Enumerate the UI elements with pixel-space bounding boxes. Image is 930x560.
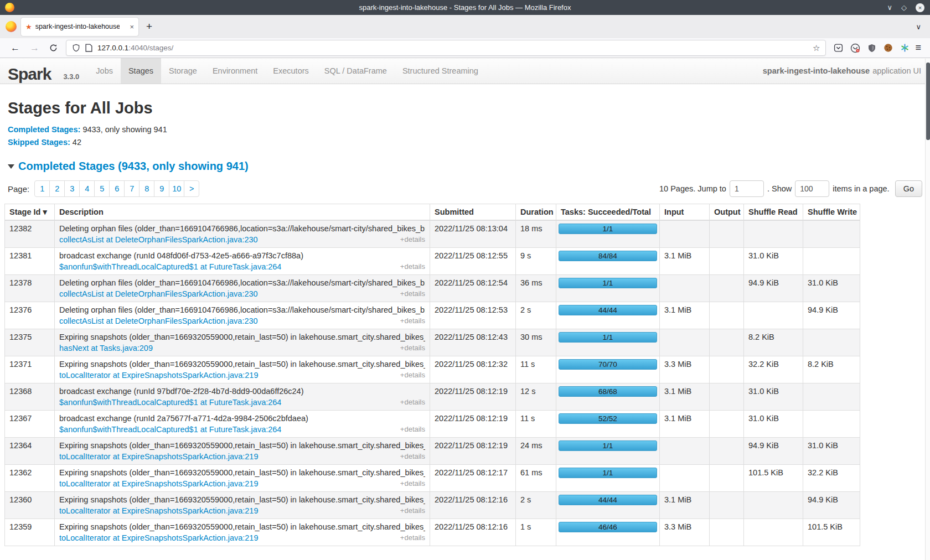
items-per-page-input[interactable] (795, 180, 829, 197)
containers-icon[interactable] (850, 43, 860, 53)
forward-button[interactable]: → (25, 43, 44, 54)
application-suffix: application UI (872, 66, 921, 75)
stage-detail-link[interactable]: $anonfun$withThreadLocalCaptured$1 at Fu… (59, 262, 281, 272)
stage-detail-link[interactable]: toLocalIterator at ExpireSnapshotsSparkA… (59, 506, 259, 516)
stage-description: broadcast exchange (runId 97bdf70e-2f28-… (59, 386, 425, 396)
page-button-5[interactable]: 5 (94, 180, 110, 197)
table-row: 12381 broadcast exchange (runId 048fd06f… (5, 248, 860, 275)
details-toggle[interactable]: +details (400, 424, 425, 434)
column-header[interactable]: Tasks: Succeeded/Total (556, 204, 660, 221)
stage-detail-link[interactable]: collectAsList at DeleteOrphanFilesSparkA… (59, 316, 258, 326)
page-button-1[interactable]: 1 (34, 180, 50, 197)
page-button-4[interactable]: 4 (79, 180, 95, 197)
completed-stages-section-toggle[interactable]: Completed Stages (9433, only showing 941… (8, 160, 926, 173)
stage-description: Expiring snapshots (older_than=166932055… (59, 440, 425, 450)
stage-detail-link[interactable]: hasNext at Tasks.java:209 (59, 343, 153, 353)
details-toggle[interactable]: +details (400, 370, 425, 380)
page-button-7[interactable]: 7 (124, 180, 140, 197)
url-host: 127.0.0.1 (97, 44, 128, 52)
nav-item-structured-streaming[interactable]: Structured Streaming (395, 58, 486, 84)
page-scrollbar[interactable] (925, 59, 930, 560)
page-button-6[interactable]: 6 (109, 180, 125, 197)
nav-item-environment[interactable]: Environment (205, 58, 265, 84)
page-button-2[interactable]: 2 (49, 180, 65, 197)
section-title: Completed Stages (9433, only showing 941… (18, 160, 249, 173)
column-header[interactable]: Input (660, 204, 710, 221)
details-toggle[interactable]: +details (400, 235, 425, 245)
page-info-icon[interactable] (85, 44, 92, 52)
column-header[interactable]: Shuffle Write (803, 204, 860, 221)
output-cell (710, 465, 744, 492)
column-header[interactable]: Duration (516, 204, 556, 221)
tasks-cell: 52/52 (556, 411, 660, 438)
duration-cell: 18 ms (516, 220, 556, 248)
page-button-10[interactable]: 10 (169, 180, 184, 197)
window-minimize-button[interactable]: ∨ (887, 4, 892, 11)
page-button-3[interactable]: 3 (64, 180, 80, 197)
jump-to-page-input[interactable] (730, 180, 764, 197)
details-toggle[interactable]: +details (400, 262, 425, 272)
details-toggle[interactable]: +details (400, 506, 425, 516)
stage-detail-link[interactable]: toLocalIterator at ExpireSnapshotsSparkA… (59, 533, 259, 543)
back-button[interactable]: ← (6, 43, 25, 54)
column-header[interactable]: Submitted (430, 204, 516, 221)
stage-detail-link[interactable]: $anonfun$withThreadLocalCaptured$1 at Fu… (59, 424, 281, 434)
cookie-icon[interactable] (884, 43, 893, 53)
url-bar[interactable]: 127.0.0.1:4040/stages/ ☆ (66, 40, 826, 56)
tab-close-icon[interactable]: × (130, 23, 134, 31)
extension-asterisk-icon[interactable] (900, 43, 910, 53)
completed-stages-value: 9433, only showing 941 (82, 125, 167, 134)
stage-detail-link[interactable]: $anonfun$withThreadLocalCaptured$1 at Fu… (59, 397, 281, 407)
details-toggle[interactable]: +details (400, 343, 425, 353)
pocket-icon[interactable] (834, 43, 843, 53)
list-all-tabs-icon[interactable]: ∨ (916, 23, 921, 31)
stage-detail-link[interactable]: toLocalIterator at ExpireSnapshotsSparkA… (59, 370, 259, 380)
page-button-8[interactable]: 8 (139, 180, 154, 197)
column-header[interactable]: Output (710, 204, 744, 221)
table-row: 12359 Expiring snapshots (older_than=166… (5, 519, 860, 546)
nav-item-jobs[interactable]: Jobs (88, 58, 121, 84)
firefox-view-icon[interactable] (6, 21, 17, 32)
nav-item-executors[interactable]: Executors (265, 58, 316, 84)
description-cell: Expiring snapshots (older_than=166932055… (55, 356, 430, 383)
details-toggle[interactable]: +details (400, 316, 425, 326)
menu-hamburger-icon[interactable]: ≡ (913, 42, 924, 54)
input-cell: 3.1 MiB (660, 248, 710, 275)
go-button[interactable]: Go (895, 180, 922, 197)
details-toggle[interactable]: +details (400, 533, 425, 543)
nav-item-stages[interactable]: Stages (121, 58, 161, 84)
tracking-shield-icon[interactable] (72, 44, 80, 52)
url-text[interactable]: 127.0.0.1:4040/stages/ (97, 44, 813, 52)
duration-cell: 30 ms (516, 329, 556, 356)
new-tab-button[interactable]: + (146, 20, 152, 33)
description-cell: Expiring snapshots (older_than=166932055… (55, 519, 430, 546)
bookmark-star-icon[interactable]: ☆ (813, 43, 820, 53)
nav-item-sql-dataframe[interactable]: SQL / DataFrame (317, 58, 395, 84)
details-toggle[interactable]: +details (400, 289, 425, 299)
description-cell: Expiring snapshots (older_than=166932055… (55, 329, 430, 356)
page-button->[interactable]: > (184, 180, 199, 197)
stage-detail-link[interactable]: collectAsList at DeleteOrphanFilesSparkA… (59, 235, 258, 245)
column-header[interactable]: Description (55, 204, 430, 221)
column-header[interactable]: Shuffle Read (744, 204, 803, 221)
details-toggle[interactable]: +details (400, 452, 425, 462)
stage-detail-link[interactable]: toLocalIterator at ExpireSnapshotsSparkA… (59, 479, 259, 489)
nav-item-storage[interactable]: Storage (161, 58, 205, 84)
details-toggle[interactable]: +details (400, 479, 425, 489)
completed-stages-link[interactable]: Completed Stages: (8, 125, 80, 134)
skipped-stages-link[interactable]: Skipped Stages: (8, 138, 70, 147)
shuffle-read-cell: 94.9 KiB (744, 275, 803, 302)
browser-tab[interactable]: ★ spark-ingest-into-lakehouse × (21, 18, 138, 36)
column-header[interactable]: Stage Id ▾ (5, 204, 55, 221)
scrollbar-thumb[interactable] (926, 63, 930, 140)
spark-logo[interactable]: Spark 3.3.0 (0, 58, 88, 84)
reload-button[interactable] (44, 44, 63, 52)
details-toggle[interactable]: +details (400, 397, 425, 407)
stage-detail-link[interactable]: collectAsList at DeleteOrphanFilesSparkA… (59, 289, 258, 299)
ublock-shield-icon[interactable] (867, 44, 876, 53)
page-button-9[interactable]: 9 (154, 180, 169, 197)
stage-detail-link[interactable]: toLocalIterator at ExpireSnapshotsSparkA… (59, 452, 259, 462)
window-close-button[interactable]: × (916, 3, 924, 12)
shuffle-write-cell: 31.0 KiB (803, 275, 860, 302)
window-maximize-button[interactable]: ◇ (901, 4, 907, 11)
